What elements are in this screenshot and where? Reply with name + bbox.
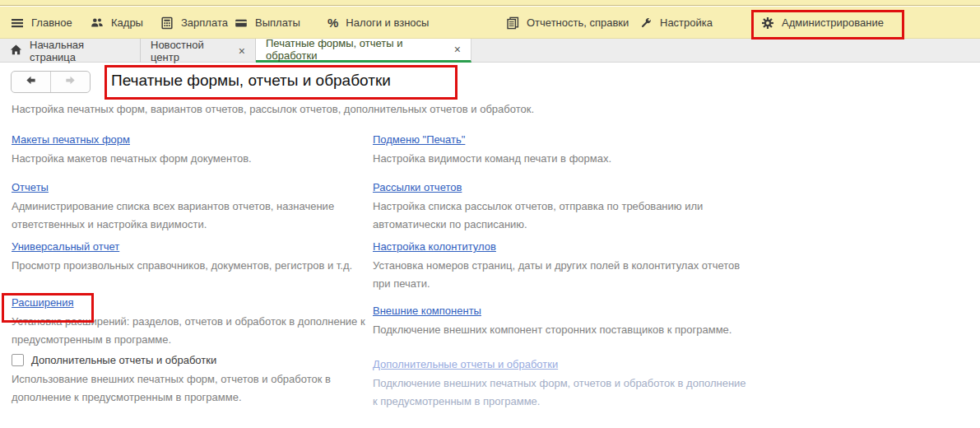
percent-icon: % (327, 16, 338, 30)
menu-label: Администрирование (782, 16, 884, 29)
item-description: Настройка макетов печатных форм документ… (12, 150, 382, 168)
section-item-print-submenu: Подменю "Печать" Настройка видимости ком… (373, 132, 753, 168)
people-icon (91, 16, 104, 30)
tab-label: Новостной центр (151, 39, 228, 63)
menu-item-salary[interactable]: Зарплата (160, 7, 228, 39)
section-item-header-footer-settings: Настройка колонтитулов Установка номеров… (373, 239, 753, 293)
menu-item-reporting[interactable]: Отчетность, справки (506, 7, 629, 39)
report-pages-icon (506, 16, 519, 30)
section-item-additional-reports-option: Дополнительные отчеты и обработки Исполь… (12, 354, 382, 407)
app-window: Главное Кадры Зарплата Выплаты % Налоги … (0, 0, 980, 428)
menu-label: Зарплата (181, 16, 228, 29)
section-item-universal-report: Универсальный отчет Просмотр произвольны… (12, 239, 382, 275)
link-print-submenu[interactable]: Подменю "Печать" (373, 133, 465, 146)
section-item-report-mailings: Рассылки отчетов Настройка списка рассыл… (373, 179, 753, 234)
item-description: Настройка списка рассылок отчетов, отпра… (373, 198, 753, 234)
section-item-external-components: Внешние компоненты Подключение внешних к… (373, 303, 753, 339)
item-description: Подключение внешних печатных форм, отчет… (373, 374, 753, 411)
tab-label: Печатные формы, отчеты и обработки (266, 37, 444, 62)
tab-news-center[interactable]: Новостной центр × (141, 39, 256, 63)
item-description: Установка расширений: разделов, отчетов … (12, 313, 382, 349)
item-description: Подключение внешних компонент сторонних … (373, 321, 753, 339)
forward-button[interactable] (51, 72, 90, 92)
back-arrow-icon (25, 74, 37, 90)
tab-print-forms[interactable]: Печатные формы, отчеты и обработки × (256, 39, 471, 63)
calculator-icon (160, 16, 174, 30)
section-item-print-form-layouts: Макеты печатных форм Настройка макетов п… (12, 132, 382, 168)
page-title: Печатные формы, отчеты и обработки (111, 72, 391, 90)
item-description: Установка номеров страниц, даты и других… (373, 257, 753, 293)
page-intro: Настройка печатных форм, вариантов отчет… (12, 103, 534, 115)
menu-label: Выплаты (255, 16, 300, 29)
section-menu-bar: Главное Кадры Зарплата Выплаты % Налоги … (0, 7, 980, 39)
link-print-form-layouts[interactable]: Макеты печатных форм (12, 133, 130, 146)
link-header-footer-settings[interactable]: Настройка колонтитулов (373, 240, 496, 253)
checkbox-label[interactable]: Дополнительные отчеты и обработки (31, 354, 216, 366)
menu-label: Налоги и взносы (346, 16, 429, 29)
menu-item-taxes[interactable]: % Налоги и взносы (327, 7, 429, 39)
wrench-icon (639, 16, 653, 30)
forward-arrow-icon (64, 74, 77, 90)
item-description: Настройка видимости команд печати в форм… (373, 150, 753, 168)
history-nav (11, 71, 91, 93)
link-reports[interactable]: Отчеты (12, 181, 49, 193)
gear-icon (761, 16, 774, 30)
link-external-components[interactable]: Внешние компоненты (373, 305, 481, 317)
menu-item-payments[interactable]: Выплаты (235, 7, 300, 39)
card-icon (235, 16, 248, 30)
menu-label: Главное (31, 16, 72, 29)
link-extensions[interactable]: Расширения (12, 296, 74, 309)
tab-bar: Начальная страница Новостной центр × Печ… (0, 39, 980, 63)
link-report-mailings[interactable]: Рассылки отчетов (373, 181, 462, 193)
tab-home-page[interactable]: Начальная страница (0, 39, 141, 63)
item-description: Просмотр произвольных справочников, доку… (12, 257, 382, 275)
section-item-extensions: Расширения Установка расширений: раздело… (12, 295, 382, 349)
hamburger-icon (11, 16, 24, 30)
menu-item-main[interactable]: Главное (11, 7, 72, 39)
section-item-additional-reports-disabled: Дополнительные отчеты и обработки Подклю… (373, 356, 753, 411)
home-icon (10, 44, 22, 58)
back-button[interactable] (12, 72, 51, 92)
link-universal-report[interactable]: Универсальный отчет (12, 240, 119, 253)
item-description: Использование внешних печатных форм, отч… (12, 370, 382, 407)
link-additional-reports-disabled[interactable]: Дополнительные отчеты и обработки (373, 358, 558, 370)
tab-label: Начальная страница (30, 39, 130, 63)
additional-reports-checkbox[interactable] (12, 354, 24, 366)
item-description: Администрирование списка всех вариантов … (12, 198, 382, 234)
top-toolbar-remnant (0, 0, 980, 6)
menu-item-hr[interactable]: Кадры (91, 7, 143, 39)
menu-label: Настройка (660, 16, 713, 29)
section-item-reports: Отчеты Администрирование списка всех вар… (12, 179, 382, 234)
menu-item-administration[interactable]: Администрирование (761, 7, 884, 39)
menu-item-settings[interactable]: Настройка (639, 7, 713, 39)
menu-label: Кадры (111, 16, 143, 29)
close-icon[interactable]: × (239, 45, 245, 57)
close-icon[interactable]: × (454, 44, 461, 55)
menu-label: Отчетность, справки (527, 16, 629, 29)
